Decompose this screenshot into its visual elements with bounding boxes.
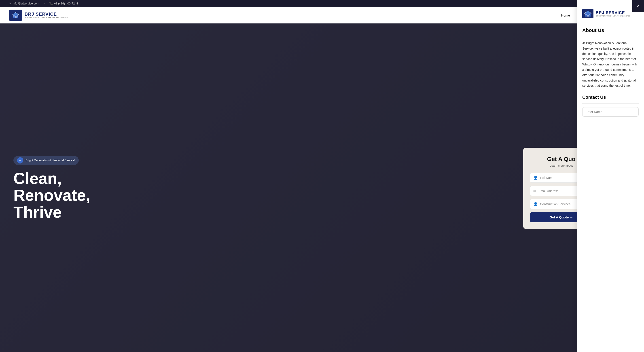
service-person-icon: 👤 — [533, 202, 538, 206]
topbar-email: ✉ info@brjservice.com — [9, 2, 39, 5]
hero-content: → Bright Renovation & Janitorial Service… — [0, 156, 156, 221]
topbar: ✉ info@brjservice.com • 📞 +1 (416) 400-7… — [0, 0, 644, 7]
email-icon: ✉ — [533, 189, 536, 193]
person-icon: 👤 — [533, 176, 538, 180]
header: BRJ SERVICE BRIGHT RENOVATION & JANITORI… — [0, 7, 644, 23]
logo-icon — [9, 9, 22, 21]
svg-rect-9 — [589, 14, 590, 15]
email-icon: ✉ — [9, 2, 12, 5]
panel-contact-title: Contact Us — [582, 95, 639, 100]
hero-badge: → Bright Renovation & Janitorial Service… — [14, 156, 79, 165]
nav-home[interactable]: Home — [561, 13, 570, 17]
name-field-placeholder: Full Name — [540, 176, 554, 179]
email-field-placeholder: Email Address — [538, 189, 558, 193]
service-field-placeholder: Construction Services — [540, 202, 570, 206]
svg-rect-2 — [15, 16, 16, 18]
logo-text: BRJ SERVICE BRIGHT RENOVATION & JANITORI… — [24, 12, 68, 19]
panel-name-input[interactable] — [582, 107, 639, 117]
phone-icon: 📞 — [49, 2, 53, 5]
svg-rect-4 — [17, 15, 18, 16]
svg-rect-3 — [13, 15, 14, 16]
panel-about-title: About Us — [582, 27, 639, 33]
hero-title: Clean, Renovate, Thrive — [14, 170, 143, 221]
right-panel: × BRJ SERVICE BRIGHT RENOVATION & JANITO… — [577, 0, 644, 352]
panel-logo-text: BRJ SERVICE BRIGHT RENOVATION & JANITORI… — [596, 10, 630, 17]
panel-divider-1 — [582, 24, 639, 24]
topbar-dot: • — [44, 2, 45, 5]
close-icon: × — [637, 3, 640, 9]
svg-marker-0 — [12, 12, 19, 15]
panel-divider-3 — [582, 103, 639, 104]
svg-marker-5 — [584, 11, 592, 13]
panel-logo-icon — [582, 9, 594, 18]
hero-section: → Bright Renovation & Janitorial Service… — [0, 23, 644, 352]
logo: BRJ SERVICE BRIGHT RENOVATION & JANITORI… — [9, 9, 68, 21]
close-button[interactable]: × — [632, 0, 644, 12]
panel-divider-2 — [582, 37, 639, 37]
panel-logo: BRJ SERVICE BRIGHT RENOVATION & JANITORI… — [582, 7, 639, 18]
topbar-phone: 📞 +1 (416) 400-7244 — [49, 2, 78, 5]
arrow-right-icon: → — [17, 157, 23, 164]
svg-rect-8 — [586, 14, 587, 15]
panel-about-body: At Bright Renovation & Janitorial Servic… — [582, 41, 639, 88]
svg-rect-7 — [587, 15, 589, 16]
